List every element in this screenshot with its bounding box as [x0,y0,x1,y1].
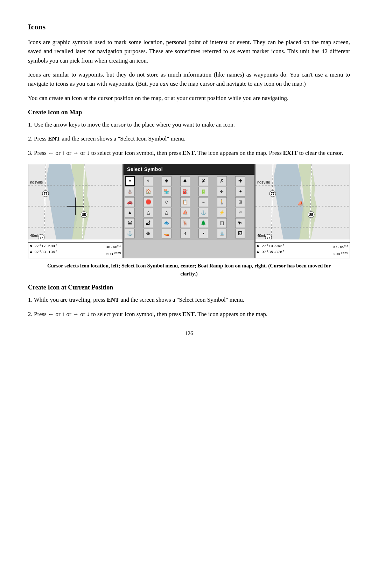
subsection1-title: Create Icon on Map [28,108,350,117]
svg-text:85: 85 [82,213,86,217]
symbol-cell[interactable]: ✧ [144,176,153,186]
symbol-cell[interactable]: ✦ [125,176,135,186]
symbol-cell[interactable]: 🏕 [144,218,153,228]
map-right-status: N 27°19.962' W 97°35.876' 37.69mi 209°ma… [255,242,350,258]
svg-text:77: 77 [271,192,275,196]
map-left: 77 85 ngsville 40mi 77 N 27°17.684' W 97… [28,164,123,258]
symbol-cell[interactable]: ✚ [235,176,245,186]
symbol-cell[interactable]: 🌲 [198,218,208,228]
symbol-cell[interactable]: 📋 [180,197,190,207]
map-right-coord-lat: N 27°19.962' [257,243,285,249]
symbol-cell[interactable]: 🔋 [198,187,208,196]
symbol-cell[interactable]: 4 [180,229,190,238]
svg-text:77: 77 [267,236,270,239]
step-1-3: 3. Press ← or ↑ or → or ↓ to select your… [28,149,350,158]
symbol-cell[interactable]: ⛷ [235,218,245,228]
symbol-cell[interactable]: ⛽ [180,187,190,196]
symbol-cell[interactable]: △ [162,208,172,217]
map-right-image: 77 85 ngsville ⛵ 40mi 77 [255,164,350,242]
symbol-cell[interactable]: 🐟 [162,218,172,228]
svg-text:85: 85 [309,213,313,217]
symbol-cell[interactable]: ✈ [217,187,227,196]
map-left-heading: 203°mag [106,250,121,257]
symbol-cell[interactable]: ⚐ [235,208,245,217]
symbol-cell[interactable]: ✗ [217,176,227,186]
paragraph-2: Icons are similar to waypoints, but they… [28,70,350,89]
svg-text:77: 77 [43,192,48,196]
map-left-image: 77 85 ngsville 40mi 77 [28,164,122,242]
symbol-grid[interactable]: ✦ ✧ ❖ ✖ ✘ ✗ ✚ ⛪ 🏠 🏪 ⛽ 🔋 ✈ ✈ 🚗 🛑 ◇ 📋 ≡ 🚶 … [124,175,254,240]
select-symbol-title: Select Symbol [124,164,254,175]
step-1-1: 1. Use the arrow keys to move the cursor… [28,120,350,129]
map-left-dist: 38.48mi [106,243,121,250]
map-right-coord-lon: W 97°35.876' [257,249,285,255]
symbol-cell[interactable]: ⛵ [180,208,190,217]
symbol-cell[interactable]: ◫ [217,218,227,228]
subsection2-title: Create Icon at Current Position [28,283,350,293]
symbol-cell[interactable]: ✖ [180,176,190,186]
symbol-cell[interactable]: ▪ [198,229,208,238]
symbol-cell[interactable]: 🚗 [125,197,135,207]
symbol-cell[interactable]: ⚡ [217,208,227,217]
svg-text:ngsville: ngsville [30,180,43,184]
symbol-cell[interactable]: 🦌 [180,218,190,228]
svg-text:⛵: ⛵ [298,200,304,206]
map-right-dist: 37.69mi [333,243,348,250]
symbol-cell[interactable]: ⛪ [125,187,135,196]
svg-text:40mi: 40mi [257,234,265,238]
symbol-cell[interactable]: ⛲ [217,229,227,238]
symbol-cell[interactable]: ⚓ [125,229,135,238]
symbol-cell[interactable]: ❖ [162,176,172,186]
svg-text:77: 77 [40,236,43,239]
paragraph-3: You can create an icon at the cursor pos… [28,94,350,103]
symbol-cell[interactable]: ✘ [198,176,208,186]
map-right: 77 85 ngsville ⛵ 40mi 77 N 27°19.962' W … [255,164,350,258]
paragraph-1: Icons are graphic symbols used to mark s… [28,38,350,65]
symbol-cell[interactable]: 🏠 [144,187,153,196]
map-left-coord-lon: W 97°33.139' [30,249,57,255]
symbol-cell[interactable]: ✈ [235,187,245,196]
svg-text:40mi: 40mi [30,234,38,238]
symbol-cell[interactable]: 🏛 [125,218,135,228]
symbol-cell[interactable]: 🚶 [217,197,227,207]
symbol-cell[interactable]: ⊞ [235,197,245,207]
symbol-cell[interactable]: 🚤 [162,229,172,238]
symbol-cell[interactable]: 🛑 [144,197,153,207]
map-left-status: N 27°17.684' W 97°33.139' 38.48mi 203°ma… [28,242,122,258]
map-left-coord-lat: N 27°17.684' [30,243,57,249]
select-symbol-panel: Select Symbol ✦ ✧ ❖ ✖ ✘ ✗ ✚ ⛪ 🏠 🏪 ⛽ 🔋 ✈ … [123,164,255,258]
figure-caption: Cursor selects icon location, left; Sele… [28,262,350,278]
section-title: Icons [28,21,350,33]
symbol-cell[interactable]: △ [144,208,153,217]
symbol-cell[interactable]: ▲ [125,208,135,217]
map-right-heading: 209°mag [333,250,348,257]
page-number: 126 [28,329,350,338]
symbol-cell[interactable]: 🏪 [162,187,172,196]
symbol-cell[interactable]: ◇ [162,197,172,207]
figure: 77 85 ngsville 40mi 77 N 27°17.684' W 97… [28,164,350,258]
symbol-cell[interactable]: ⛴ [144,229,153,238]
symbol-cell[interactable]: ⚓ [198,208,208,217]
svg-text:ngsville: ngsville [257,180,270,184]
symbol-cell[interactable]: ≡ [198,197,208,207]
step-2-1: 1. While you are traveling, press ENT an… [28,295,350,304]
step-2-2: 2. Press ← or ↑ or → or ↓ to select your… [28,310,350,319]
symbol-cell[interactable]: ⛾ [235,229,245,238]
step-1-2: 2. Press ENT and the screen shows a "Sel… [28,134,350,143]
